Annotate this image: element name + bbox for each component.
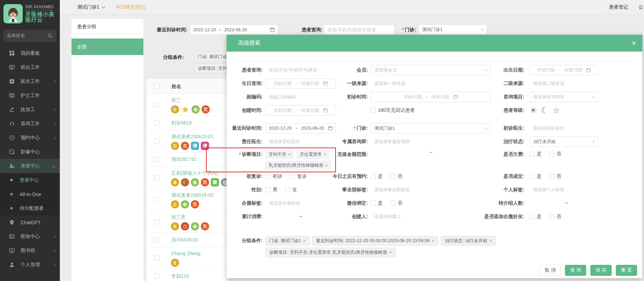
- row-checkbox[interactable]: [154, 157, 159, 162]
- group-condition-tag[interactable]: 诊断项目: 牙列不齐,牙位置异常,乳牙期安氏I类牙性错颌畸形×: [265, 248, 396, 257]
- row-checkbox[interactable]: [154, 274, 159, 279]
- arrears-yes-checkbox[interactable]: 是: [530, 151, 542, 157]
- row-checkbox[interactable]: [154, 256, 159, 261]
- source2-select[interactable]: [530, 81, 601, 86]
- group-condition-tag[interactable]: 门诊: 测试门诊1×: [265, 236, 309, 246]
- tag-close-icon[interactable]: ×: [288, 152, 291, 157]
- sidebar-item-chatgpt[interactable]: ChatGPT: [0, 215, 60, 229]
- patient-name-link[interactable]: 测试061701: [171, 156, 197, 163]
- patient-name-link[interactable]: 测试患者230516-02: [171, 192, 214, 198]
- sidebar-item-consult-work[interactable]: 咨询工作: [0, 117, 60, 131]
- recent-visit-range[interactable]: 2022-12-20~2023-06-20: [265, 123, 336, 133]
- cancel-button[interactable]: 取 消: [539, 265, 561, 276]
- patient-name-link[interactable]: 李四123: [171, 273, 189, 280]
- duty-doctor-select[interactable]: [265, 139, 336, 144]
- diagnosis-tag[interactable]: 牙位置异常×: [297, 150, 330, 159]
- patient-name-link[interactable]: 初诊0619: [171, 120, 192, 126]
- source1-select[interactable]: [371, 81, 491, 86]
- sidebar-item-appointment-center[interactable]: 预约中心: [0, 131, 60, 145]
- sidebar-item-patient-center-sub[interactable]: 患者中心: [0, 173, 60, 187]
- close-icon[interactable]: ×: [632, 40, 636, 47]
- row-checkbox[interactable]: [154, 237, 159, 242]
- row-checkbox[interactable]: [154, 175, 159, 180]
- sidebar-item-nurse-work[interactable]: 护士工作: [0, 88, 60, 102]
- gender-female-checkbox[interactable]: 女: [285, 187, 297, 193]
- reset-button[interactable]: 重 置: [616, 265, 637, 276]
- group-item-all[interactable]: 全部: [72, 39, 143, 55]
- future-appoint-yes-checkbox[interactable]: 是: [371, 173, 383, 180]
- member-select[interactable]: 请选择会员: [371, 65, 491, 75]
- group-condition-tag[interactable]: 最近到诊时间: 2022-12-20 00:00:00,2023-06-20 2…: [312, 236, 438, 246]
- table-row[interactable]: 测试患者230516-02C会欠: [146, 189, 227, 211]
- checkbox[interactable]: [371, 108, 376, 113]
- table-row[interactable]: 测试061701: [146, 152, 227, 167]
- first-visit-checkbox[interactable]: 初诊: [265, 173, 282, 180]
- table-row[interactable]: 王莉(限输入十个字内)B☾会欠微Q: [146, 167, 227, 189]
- sidebar-item-all-in-one[interactable]: All-In-One: [0, 187, 60, 201]
- patient-name-link[interactable]: Cheng Zheng: [171, 251, 200, 256]
- sidebar-item-library[interactable]: 图书馆: [0, 244, 60, 258]
- save-button[interactable]: 保 存: [590, 265, 612, 276]
- is-deal-no-checkbox[interactable]: 否: [549, 173, 561, 180]
- query-button[interactable]: 查 询: [565, 265, 586, 276]
- dept-tag-select[interactable]: [371, 187, 491, 192]
- personal-tag-select[interactable]: [530, 187, 601, 192]
- consultant-select[interactable]: [371, 139, 491, 144]
- referral-max-input[interactable]: [571, 201, 603, 206]
- recharge-max-input[interactable]: [435, 150, 491, 155]
- table-row[interactable]: 李四123: [146, 269, 227, 281]
- sidebar-item-contact-center[interactable]: 联络中心: [0, 229, 60, 244]
- birth-date-range[interactable]: 开始日期~结束日期: [530, 65, 598, 75]
- table-row[interactable]: 测试患者230610-01C欠潜潜: [146, 130, 227, 152]
- patient-name-link[interactable]: 测试患者230610-01: [171, 134, 214, 140]
- table-row[interactable]: 演示0416-01: [146, 233, 227, 247]
- tag-close-icon[interactable]: ×: [389, 250, 392, 255]
- sidebar-item-front-desk[interactable]: 前台工作: [0, 60, 60, 74]
- tag-close-icon[interactable]: ×: [324, 152, 327, 157]
- row-checkbox[interactable]: [154, 219, 159, 224]
- wechat-bind-yes-checkbox[interactable]: 是: [371, 200, 383, 206]
- birthday-range[interactable]: 开始日期~结束日期: [265, 78, 336, 89]
- topbar-edge-partial[interactable]: 公: [638, 4, 643, 10]
- return-visit-checkbox[interactable]: 复诊: [290, 173, 307, 180]
- table-row[interactable]: Cheng ZhengE: [146, 247, 227, 269]
- diagnosis-tag[interactable]: 乳牙期安氏I类牙性错颌畸形×: [265, 161, 331, 170]
- table-row[interactable]: 张三美E◷会欠: [146, 211, 227, 233]
- consult-item-select[interactable]: 请选择咨询项目: [530, 92, 598, 102]
- patient-name-link[interactable]: 王莉(限输入十个字内): [171, 170, 218, 176]
- patient-name-link[interactable]: 张三美: [171, 214, 186, 220]
- clinic-field-select[interactable]: 测试门诊1: [371, 123, 491, 133]
- consume-min-input[interactable]: [265, 214, 296, 219]
- patient-name-link[interactable]: 张三: [171, 97, 181, 104]
- treat-status-select[interactable]: 治疗未开始: [530, 137, 598, 147]
- creator-select[interactable]: [371, 214, 491, 219]
- tag-close-icon[interactable]: ×: [489, 238, 492, 243]
- diagnosis-tag[interactable]: 牙列不齐×: [265, 150, 294, 159]
- first-visit-range[interactable]: 开始日期~结束日期: [371, 92, 491, 102]
- sidebar-item-imaging-center[interactable]: 影像中心: [0, 145, 60, 159]
- sidebar-item-patient-center[interactable]: 患者中心: [0, 159, 60, 173]
- patient-name-link[interactable]: 演示0416-01: [171, 237, 198, 243]
- future-appoint-no-checkbox[interactable]: 否: [390, 173, 402, 180]
- menu-search-input[interactable]: 菜单搜索: [3, 30, 56, 42]
- wecom-friend-no-checkbox[interactable]: 否: [549, 214, 561, 220]
- table-row[interactable]: 初诊0619: [146, 116, 227, 130]
- sun-level-icon[interactable]: ☀: [530, 106, 537, 115]
- select-all-checkbox[interactable]: [154, 84, 159, 89]
- consume-max-input[interactable]: [305, 214, 336, 219]
- sidebar-item-unassigned-patients[interactable]: 待分配患者: [0, 201, 60, 215]
- gender-male-checkbox[interactable]: 男: [265, 187, 277, 193]
- sidebar-item-personal-mgmt[interactable]: 个人管理: [0, 258, 60, 272]
- sub-code-input[interactable]: [265, 94, 336, 99]
- referral-min-input[interactable]: [530, 201, 562, 206]
- group-condition-tag[interactable]: 治疗状态: 治疗未开始×: [441, 236, 496, 246]
- row-checkbox[interactable]: [154, 197, 159, 202]
- clinic-selector[interactable]: 测试门诊1: [77, 4, 105, 10]
- recharge-min-input[interactable]: [371, 150, 426, 155]
- tag-close-icon[interactable]: ×: [432, 238, 434, 243]
- wecom-tag-select[interactable]: [265, 201, 336, 206]
- wechat-bind-no-checkbox[interactable]: 否: [390, 200, 402, 206]
- moon-level-icon[interactable]: ☾: [541, 106, 549, 115]
- first-doctor-select[interactable]: [530, 126, 601, 131]
- no-followup-checkbox[interactable]: 180天无回访患者: [371, 107, 415, 114]
